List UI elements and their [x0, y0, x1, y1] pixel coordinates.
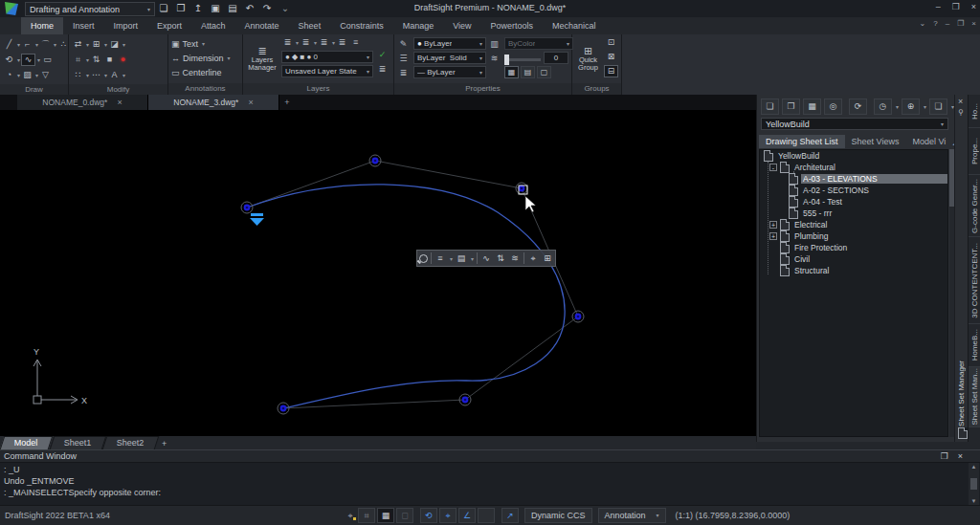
dynamic-input-icon[interactable]: ↗ — [501, 508, 519, 523]
power-trim-icon[interactable]: ● — [117, 54, 129, 66]
close-button[interactable]: × — [971, 2, 976, 11]
ungroup-icon[interactable]: ⊠ — [604, 51, 618, 63]
sheet-selection-icon[interactable]: ❏ — [929, 98, 947, 115]
add-sheet-button[interactable]: + — [158, 438, 171, 449]
dimension-tool[interactable]: ↔ Dimension▾ — [171, 51, 239, 65]
layers-manager-button[interactable]: ≣ Layers Manager — [246, 36, 278, 81]
side-tab-sheet-set-manager[interactable]: Sheet Set Man... — [969, 367, 980, 427]
revcloud-tool-icon[interactable]: ⟲ — [3, 54, 15, 66]
components-tool-icon[interactable]: ∷ — [72, 69, 84, 81]
tree-item-root[interactable]: YellowBuild — [760, 150, 947, 162]
tree-item-fire-protection[interactable]: Fire Protection — [760, 242, 947, 253]
linecolor-combo[interactable]: ● ByLayer ▾ — [413, 37, 486, 50]
tab-sheet-views[interactable]: Sheet Views — [845, 135, 906, 148]
active-layer-combo[interactable]: ● ◆ ■ ● 0 ▾ — [281, 51, 373, 63]
scale-tool-icon[interactable]: ⇅ — [90, 54, 102, 66]
import-sheet-icon[interactable]: ❐ — [782, 98, 800, 115]
hatch-tool-icon[interactable]: ▨ — [21, 69, 33, 81]
tree-item-plumbing[interactable]: + Plumbing — [760, 230, 947, 242]
new-sheet-set-icon[interactable]: ❏ — [761, 98, 779, 115]
panel-pin-icon[interactable]: ⚲ — [958, 108, 964, 117]
sheet-preview-icon[interactable]: ◎ — [824, 98, 842, 115]
group-icon[interactable]: ⊡ — [604, 36, 618, 49]
snap-marker-icon[interactable]: ⌖ — [345, 511, 356, 521]
tree-item-civil[interactable]: Civil — [760, 253, 947, 265]
tree-item-a02-sections[interactable]: A-02 - SECTIONS — [760, 185, 947, 196]
spline-cv-icon[interactable]: ∿ — [480, 253, 492, 263]
tab-home[interactable]: Home — [21, 17, 63, 34]
side-tab-gcode-generator[interactable]: G-code Gener... — [969, 175, 980, 237]
tab-constraints[interactable]: Constraints — [330, 17, 393, 34]
zoom-window-icon[interactable]: ⊞ — [542, 253, 553, 263]
open-file-icon[interactable]: ❐ — [174, 2, 188, 15]
layer-previous-icon[interactable]: ≣ — [376, 63, 389, 76]
line-tool-icon[interactable]: ╱ — [3, 38, 15, 51]
restore-button[interactable]: ❐ — [952, 2, 960, 11]
qat-customize-icon[interactable]: ⌄ — [278, 2, 292, 15]
save-icon[interactable]: ▣ — [209, 2, 222, 15]
tab-attach[interactable]: Attach — [191, 17, 235, 34]
tab-export[interactable]: Export — [147, 17, 191, 34]
new-file-icon[interactable]: ❏ — [157, 2, 170, 15]
match-properties-icon[interactable]: ▦ — [504, 66, 519, 78]
layer-dropdown-icon[interactable]: ▤ — [456, 253, 467, 263]
command-history[interactable]: : _U Undo _ENTMOVE : _MAINSELECTSpecify … — [0, 463, 980, 499]
tree-item-a04-test[interactable]: A-04 - Test — [760, 196, 947, 208]
ortho-toggle-icon[interactable]: ◻ — [396, 508, 413, 523]
sheet-set-combo[interactable]: YellowBuild ▾ — [761, 118, 948, 130]
recent-icon[interactable]: ◷ — [874, 98, 892, 115]
command-restore-icon[interactable]: ❐ — [941, 451, 948, 461]
expand-icon[interactable]: + — [769, 232, 777, 240]
help-icon[interactable]: ? — [933, 19, 937, 28]
cone-tool-icon[interactable]: ▽ — [39, 69, 52, 81]
isolate-dropdown-icon[interactable]: ≡ — [434, 253, 446, 263]
rectangle-tool-icon[interactable]: ▭ — [41, 54, 54, 66]
text-tool[interactable]: ▣ Text▾ — [171, 36, 239, 51]
drawing-canvas[interactable]: Y X ≡▾ ▤▾ ∿ ⇅ ≋ ⌖ ⊞ — [0, 110, 756, 436]
layer-isolate-icon[interactable]: ≣ — [300, 36, 312, 49]
doc-tab-noname0[interactable]: NONAME_0.dwg* × — [17, 95, 148, 110]
expand-icon[interactable]: + — [769, 221, 777, 229]
tab-annotate[interactable]: Annotate — [235, 17, 289, 34]
tab-import[interactable]: Import — [104, 17, 148, 34]
layer-find-icon[interactable]: ≣ — [336, 36, 348, 49]
layer-hide-icon[interactable]: ≣ — [281, 36, 294, 49]
edit-points-icon[interactable]: ⋯ — [90, 69, 102, 81]
edit-group-icon[interactable]: ⊟ — [604, 65, 618, 77]
new-document-tab-button[interactable]: + — [279, 95, 295, 110]
redo-icon[interactable]: ↷ — [260, 2, 274, 15]
scroll-down-icon[interactable]: ▼ — [971, 498, 977, 504]
blank-toggle[interactable] — [478, 508, 495, 523]
doc-restore-icon[interactable]: ❐ — [957, 19, 964, 28]
tab-sheet1[interactable]: Sheet1 — [49, 436, 105, 449]
hatch-combo[interactable]: ByLayer Solid ▾ — [413, 52, 486, 64]
layer-states-icon[interactable]: ≡ — [349, 36, 362, 49]
arc-tool-icon[interactable]: ⌒ — [39, 38, 52, 51]
command-close-icon[interactable]: × — [958, 451, 963, 461]
tree-item-architetural[interactable]: - Architetural — [760, 162, 947, 173]
erase-tool-icon[interactable]: ◪ — [108, 38, 121, 51]
tree-item-electrical[interactable]: + Electrical — [760, 219, 947, 230]
circle-tool-icon[interactable]: ◔ — [3, 69, 15, 81]
scrollbar-thumb[interactable] — [970, 478, 977, 490]
spline-tool-icon[interactable]: ∿ — [21, 54, 35, 66]
spline-edit-icon[interactable]: ≋ — [509, 253, 521, 263]
import-file-icon[interactable]: ↥ — [191, 2, 205, 15]
tab-insert[interactable]: Insert — [63, 17, 104, 34]
tab-manage[interactable]: Manage — [393, 17, 444, 34]
spline-fit-icon[interactable]: ⇅ — [495, 253, 506, 263]
sheet-properties-icon[interactable]: ▦ — [803, 98, 821, 115]
centerline-tool[interactable]: ▭ Centerline — [171, 65, 239, 79]
collapse-icon[interactable]: - — [769, 164, 777, 171]
minimize-button[interactable]: – — [936, 2, 941, 11]
dynamic-ccs-button[interactable]: Dynamic CCS — [524, 508, 592, 523]
solid-edit-icon[interactable]: ■ — [103, 54, 116, 66]
clear-properties-icon[interactable]: ▢ — [537, 66, 551, 78]
doc-close-icon[interactable]: × — [971, 19, 976, 28]
tree-item-a03-elevations[interactable]: A-03 - ELEVATIONS — [760, 173, 947, 185]
quick-group-button[interactable]: ⊞ Quick Group — [575, 36, 601, 81]
magnifier-icon[interactable] — [419, 254, 428, 263]
layer-state-combo[interactable]: Unsaved Layer State ▾ — [281, 65, 373, 77]
confirm-layer-icon[interactable]: ✓ — [376, 49, 389, 61]
side-tab-home[interactable]: Ho... — [969, 95, 980, 128]
